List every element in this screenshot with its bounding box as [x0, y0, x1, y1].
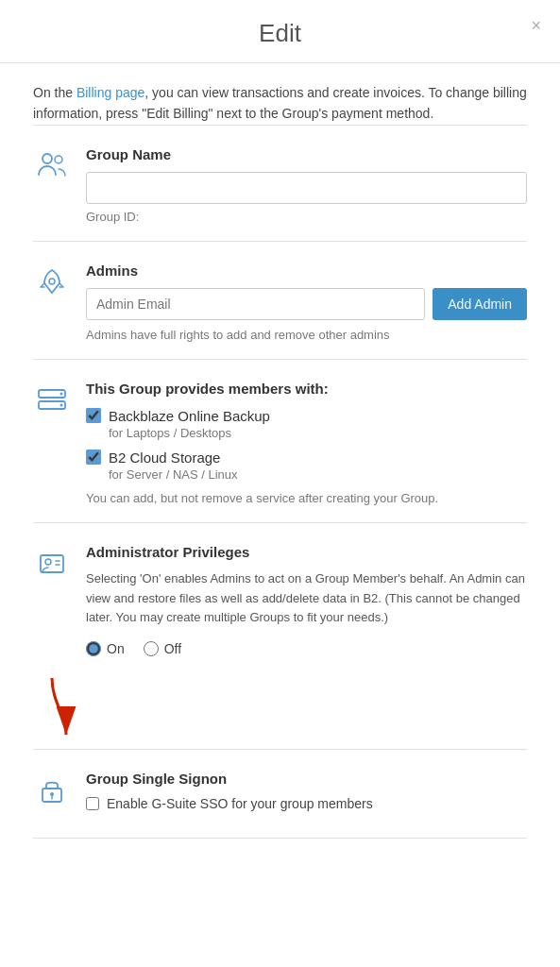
admins-content: Admins Add Admin Admins have full rights…	[86, 263, 527, 342]
sso-section: Group Single Signon Enable G-Suite SSO f…	[33, 749, 527, 828]
admins-title: Admins	[86, 263, 527, 279]
admin-priv-on-radio[interactable]	[86, 641, 101, 656]
admin-privileges-section: Administrator Privileges Selecting 'On' …	[33, 522, 527, 673]
group-name-title: Group Name	[86, 146, 527, 162]
sso-content: Group Single Signon Enable G-Suite SSO f…	[86, 771, 527, 811]
admin-priv-content: Administrator Privileges Selecting 'On' …	[86, 544, 527, 656]
sso-checkbox-row: Enable G-Suite SSO for your group member…	[86, 796, 527, 811]
add-admin-button[interactable]: Add Admin	[433, 288, 527, 320]
admins-section: Admins Add Admin Admins have full rights…	[33, 241, 527, 359]
services-section: This Group provides members with: Backbl…	[33, 359, 527, 522]
svg-point-2	[49, 279, 55, 284]
services-content: This Group provides members with: Backbl…	[86, 381, 527, 505]
admin-priv-off-radio[interactable]	[144, 641, 159, 656]
svg-point-6	[60, 403, 63, 406]
sso-title: Group Single Signon	[86, 771, 527, 787]
admin-priv-off-label: Off	[164, 641, 181, 656]
service-backup-row: Backblaze Online Backup	[86, 408, 527, 424]
admin-priv-on-label: On	[107, 641, 125, 656]
admins-helper: Admins have full rights to add and remov…	[86, 328, 527, 342]
services-icon	[33, 381, 71, 416]
svg-point-8	[45, 559, 51, 565]
service-b2-sub: for Server / NAS / Linux	[109, 467, 527, 482]
group-name-content: Group Name Group ID:	[86, 146, 527, 224]
admin-priv-icon	[33, 544, 71, 580]
service-item-b2: B2 Cloud Storage for Server / NAS / Linu…	[86, 450, 527, 482]
billing-prefix: On the	[33, 85, 76, 100]
svg-point-5	[60, 392, 63, 395]
services-title: This Group provides members with:	[86, 381, 527, 397]
red-arrow	[24, 673, 80, 744]
group-name-section: Group Name Group ID:	[33, 125, 527, 241]
group-icon	[33, 146, 71, 182]
bottom-divider	[33, 838, 527, 839]
modal-header: Edit ×	[0, 0, 560, 63]
admin-priv-radio-row: On Off	[86, 641, 527, 656]
arrow-container	[24, 673, 527, 749]
admin-priv-description: Selecting 'On' enables Admins to act on …	[86, 569, 527, 628]
admin-priv-off-option[interactable]: Off	[144, 641, 181, 656]
billing-link[interactable]: Billing page	[76, 85, 144, 100]
admin-email-input[interactable]	[86, 288, 425, 320]
service-b2-checkbox[interactable]	[86, 450, 101, 465]
svg-point-0	[42, 154, 52, 163]
svg-point-1	[55, 156, 62, 163]
service-backup-name: Backblaze Online Backup	[109, 408, 270, 424]
close-button[interactable]: ×	[531, 17, 541, 34]
admin-input-row: Add Admin	[86, 288, 527, 320]
service-b2-row: B2 Cloud Storage	[86, 450, 527, 466]
billing-notice: On the Billing page, you can view transa…	[33, 82, 527, 125]
admins-icon	[33, 263, 71, 298]
service-backup-checkbox[interactable]	[86, 408, 101, 423]
modal-title: Edit	[28, 19, 532, 48]
edit-modal: Edit × On the Billing page, you can view…	[0, 0, 560, 967]
service-b2-name: B2 Cloud Storage	[109, 450, 220, 466]
service-notice: You can add, but not remove a service af…	[86, 491, 527, 505]
group-name-input[interactable]	[86, 172, 527, 204]
modal-body: On the Billing page, you can view transa…	[0, 63, 560, 857]
sso-checkbox[interactable]	[86, 797, 99, 810]
sso-icon	[33, 771, 71, 806]
admin-priv-title: Administrator Privileges	[86, 544, 527, 560]
service-backup-sub: for Laptops / Desktops	[109, 426, 527, 440]
admin-priv-on-option[interactable]: On	[86, 641, 125, 656]
sso-label: Enable G-Suite SSO for your group member…	[107, 796, 373, 811]
group-id-label: Group ID:	[86, 210, 527, 224]
service-item-backup: Backblaze Online Backup for Laptops / De…	[86, 408, 527, 440]
